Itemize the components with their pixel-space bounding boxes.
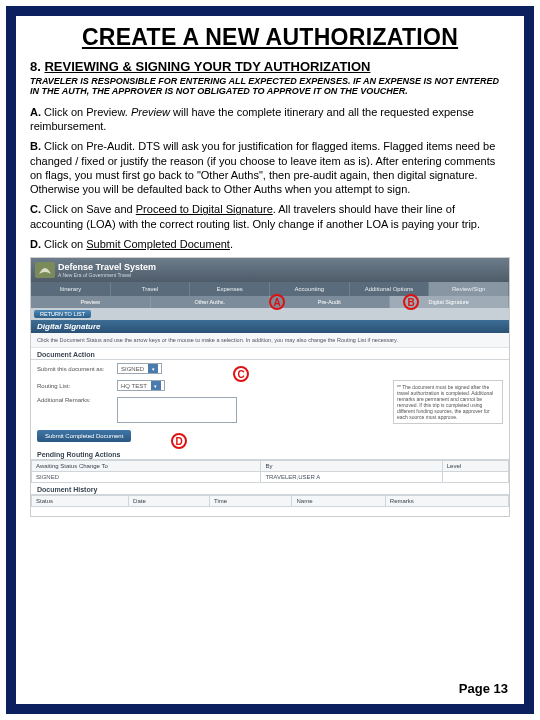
panel-document-action: Document Action [31, 348, 509, 360]
dts-instruction: Click the Document Status and use the ar… [31, 333, 509, 348]
step-d-label: D. [30, 238, 41, 250]
page-title: CREATE A NEW AUTHORIZATION [30, 24, 510, 51]
panel-document-history: Document History [31, 483, 509, 495]
th-by: By [261, 461, 442, 472]
th-name: Name [292, 496, 385, 507]
dts-logo: Defense Travel System A New Era of Gover… [35, 262, 156, 278]
th-time: Time [209, 496, 292, 507]
step-a-italic: Preview [131, 106, 170, 118]
step-c-pre: Click on Save and [44, 203, 136, 215]
th-awaiting: Awaiting Status Change To [32, 461, 261, 472]
chevron-down-icon: ▾ [151, 381, 161, 390]
step-b-text: Click on Pre-Audit. DTS will ask you for… [30, 140, 495, 195]
submit-completed-document-button[interactable]: Submit Completed Document [37, 430, 131, 442]
select-submit-as-value: SIGNED [121, 366, 144, 372]
dts-sidenote: ** The document must be signed after the… [393, 380, 503, 424]
dts-tabbar: Itinerary Travel Expenses Accounting Add… [31, 282, 509, 296]
th-remarks: Remarks [385, 496, 508, 507]
subtab-pre-audit[interactable]: Pre-Audit [270, 296, 390, 308]
tab-accounting[interactable]: Accounting [270, 282, 350, 296]
panel-pending-routing: Pending Routing Actions [31, 448, 509, 460]
td-awaiting: SIGNED [32, 472, 261, 483]
subtab-preview[interactable]: Preview [31, 296, 151, 308]
step-a-pre: Click on Preview. [44, 106, 131, 118]
pending-routing-table: Awaiting Status Change To By Level SIGNE… [31, 460, 509, 483]
responsibility-note: TRAVELER IS RESPONSIBLE FOR ENTERING ALL… [30, 76, 510, 97]
textarea-additional-remarks[interactable] [117, 397, 237, 423]
tab-travel[interactable]: Travel [111, 282, 191, 296]
step-c-label: C. [30, 203, 41, 215]
tab-review-sign[interactable]: Review/Sign [429, 282, 509, 296]
step-d-pre: Click on [44, 238, 86, 250]
label-routing-list: Routing List: [37, 383, 117, 389]
td-by: TRAVELER,USER A [261, 472, 442, 483]
digital-signature-title: Digital Signature [31, 320, 509, 333]
dts-header: Defense Travel System A New Era of Gover… [31, 258, 509, 282]
step-a-label: A. [30, 106, 41, 118]
label-submit-as: Submit this document as: [37, 366, 117, 372]
step-b-label: B. [30, 140, 41, 152]
dts-returnbar: RETURN TO LIST [31, 308, 509, 320]
tab-itinerary[interactable]: Itinerary [31, 282, 111, 296]
return-to-list-button[interactable]: RETURN TO LIST [34, 310, 91, 318]
dts-tagline: A New Era of Government Travel [58, 272, 156, 278]
row-submit-as: Submit this document as: SIGNED ▾ [31, 360, 509, 377]
step-d: D. Click on Submit Completed Document. [30, 237, 510, 251]
document-history-table: Status Date Time Name Remarks [31, 495, 509, 507]
step-c-underline: Proceed to Digital Signature [136, 203, 273, 215]
dts-screenshot: Defense Travel System A New Era of Gover… [30, 257, 510, 517]
subtab-other-auths[interactable]: Other Auths. [151, 296, 271, 308]
select-routing-list-value: HQ TEST [121, 383, 147, 389]
th-level: Level [442, 461, 508, 472]
table-row: Awaiting Status Change To By Level [32, 461, 509, 472]
step-a: A. Click on Preview. Preview will have t… [30, 105, 510, 134]
heading-number: 8. [30, 59, 41, 74]
label-additional-remarks: Additional Remarks: [37, 397, 117, 403]
td-level [442, 472, 508, 483]
table-row: Status Date Time Name Remarks [32, 496, 509, 507]
th-status: Status [32, 496, 129, 507]
select-routing-list[interactable]: HQ TEST ▾ [117, 380, 165, 391]
th-date: Date [129, 496, 210, 507]
tab-expenses[interactable]: Expenses [190, 282, 270, 296]
step-d-underline: Submit Completed Document [86, 238, 230, 250]
dts-brand: Defense Travel System [58, 262, 156, 272]
table-row: SIGNED TRAVELER,USER A [32, 472, 509, 483]
chevron-down-icon: ▾ [148, 364, 158, 373]
select-submit-as[interactable]: SIGNED ▾ [117, 363, 162, 374]
heading-text: REVIEWING & SIGNING YOUR TDY AUTHORIZATI… [44, 59, 370, 74]
eagle-icon [35, 262, 55, 278]
page-number: Page 13 [459, 681, 508, 696]
callout-d: D [171, 433, 187, 449]
step-c: C. Click on Save and Proceed to Digital … [30, 202, 510, 231]
step-b: B. Click on Pre-Audit. DTS will ask you … [30, 139, 510, 196]
tab-additional-options[interactable]: Additional Options [350, 282, 430, 296]
section-heading: 8. REVIEWING & SIGNING YOUR TDY AUTHORIZ… [30, 59, 510, 74]
step-d-post: . [230, 238, 233, 250]
